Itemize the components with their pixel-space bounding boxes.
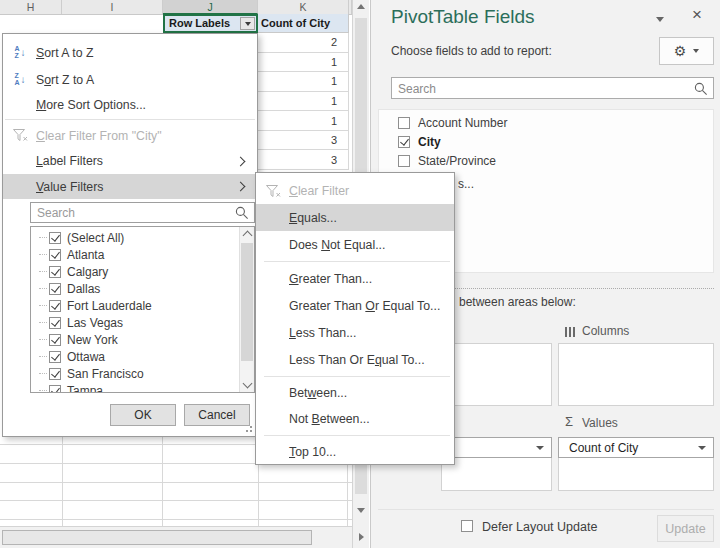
checkbox[interactable] — [398, 155, 410, 167]
filter-list-item-fort-lauderdale[interactable]: Fort Lauderdale — [31, 297, 254, 314]
menu-separator — [264, 435, 450, 436]
scroll-right-button[interactable] — [352, 526, 369, 548]
horizontal-scrollbar[interactable] — [0, 526, 352, 548]
close-icon[interactable]: × — [692, 5, 702, 25]
field-item-account-number[interactable]: Account Number — [379, 113, 713, 132]
columns-area-box[interactable] — [558, 343, 714, 406]
menu-item-label: Clear Filter From "City" — [36, 129, 162, 143]
checkbox-checked[interactable] — [49, 232, 61, 244]
menu-item-label: Clear Filter — [289, 184, 349, 198]
scroll-down-icon[interactable] — [357, 508, 365, 513]
column-header-h[interactable]: H — [0, 0, 62, 14]
cancel-button[interactable]: Cancel — [184, 404, 250, 426]
menu-item-label: Sort A to Z — [36, 46, 93, 60]
sort-az-icon: AZ↓ — [10, 46, 30, 59]
menu-item-sort-a-to-z[interactable]: AZ↓Sort A to Z — [3, 39, 257, 66]
horizontal-scroll-thumb[interactable] — [2, 530, 312, 545]
rows-area-field-pill[interactable] — [441, 437, 552, 458]
filter-list-item-atlanta[interactable]: Atlanta — [31, 246, 254, 263]
menu-item-less-than[interactable]: Less Than... — [256, 319, 454, 346]
field-item-city[interactable]: City — [379, 132, 713, 151]
menu-item-less-than-or-equal-to[interactable]: Less Than Or Equal To... — [256, 346, 454, 373]
pane-title: PivotTable Fields — [391, 6, 535, 28]
values-area-field-pill[interactable]: Count of City — [558, 437, 714, 458]
checkbox-checked[interactable] — [49, 249, 61, 261]
checkbox-checked[interactable] — [49, 385, 61, 394]
count-cell[interactable]: 3 — [258, 150, 348, 170]
row-labels-header-cell[interactable]: Row Labels — [163, 14, 258, 33]
tree-line — [39, 322, 47, 323]
menu-item-does-not-equal[interactable]: Does Not Equal... — [256, 231, 454, 258]
filter-list-item-select-all[interactable]: (Select All) — [31, 229, 254, 246]
tree-line — [39, 271, 47, 272]
pill-dropdown-icon[interactable] — [698, 446, 706, 450]
menu-item-greater-than-or-equal-to[interactable]: Greater Than Or Equal To... — [256, 292, 454, 319]
menu-item-equals[interactable]: Equals... — [256, 204, 454, 231]
count-header-cell[interactable]: Count of City — [258, 14, 349, 33]
row-labels-filter-button[interactable] — [240, 17, 255, 30]
filter-list-item-dallas[interactable]: Dallas — [31, 280, 254, 297]
count-cell[interactable]: 1 — [258, 111, 348, 131]
menu-item-top-10[interactable]: Top 10... — [256, 439, 454, 464]
count-cell[interactable]: 3 — [258, 131, 348, 151]
menu-item-not-between[interactable]: Not Between... — [256, 406, 454, 432]
scroll-down-icon[interactable] — [243, 379, 253, 389]
filter-search-input[interactable] — [35, 204, 229, 222]
drag-fields-label-fragment: between areas below: — [459, 295, 576, 309]
filter-list-item-las-vegas[interactable]: Las Vegas — [31, 314, 254, 331]
menu-item-greater-than[interactable]: Greater Than... — [256, 265, 454, 292]
count-cell[interactable]: 2 — [258, 33, 348, 53]
checkbox-checked[interactable] — [49, 334, 61, 346]
grid-line — [0, 482, 352, 483]
menu-separator — [264, 376, 450, 377]
ok-button[interactable]: OK — [110, 404, 176, 426]
menu-item-between[interactable]: Between... — [256, 380, 454, 406]
menu-item-sort-z-to-a[interactable]: ZA↓Sort Z to A — [3, 66, 257, 93]
value-filters-submenu: Clear FilterEquals...Does Not Equal...Gr… — [255, 172, 455, 465]
filter-list-item-san-francisco[interactable]: San Francisco — [31, 365, 254, 382]
tools-button[interactable]: ⚙ — [659, 37, 714, 65]
pane-options-arrow-icon[interactable] — [656, 17, 664, 22]
scroll-up-icon[interactable] — [357, 4, 365, 9]
filter-list-item-new-york[interactable]: New York — [31, 331, 254, 348]
menu-item-label-filters[interactable]: Label Filters — [3, 148, 257, 174]
column-header-k[interactable]: K — [258, 0, 349, 14]
resize-grip[interactable] — [244, 424, 252, 432]
pill-dropdown-icon[interactable] — [536, 446, 544, 450]
filter-list-item-tampa[interactable]: Tampa — [31, 382, 254, 393]
checkbox-checked[interactable] — [49, 266, 61, 278]
tree-line — [39, 254, 47, 255]
tree-line — [39, 356, 47, 357]
checkbox-checked[interactable] — [49, 368, 61, 380]
checkbox-checked[interactable] — [49, 317, 61, 329]
checkbox-checked[interactable] — [49, 300, 61, 312]
menu-item-value-filters[interactable]: Value Filters — [3, 174, 257, 199]
count-cell[interactable]: 1 — [258, 72, 348, 92]
column-header-j[interactable]: J — [163, 0, 258, 14]
field-item-state-province[interactable]: State/Province — [379, 151, 713, 170]
checkbox-checked[interactable] — [398, 136, 410, 148]
filter-list-item-ottawa[interactable]: Ottawa — [31, 348, 254, 365]
menu-item-label: Less Than... — [289, 326, 356, 340]
filters-area-box[interactable] — [441, 343, 552, 406]
fields-search-box — [391, 77, 714, 99]
fields-search-input[interactable] — [396, 79, 690, 99]
checkbox[interactable] — [398, 117, 410, 129]
filter-item-label: Las Vegas — [67, 316, 123, 330]
count-cell[interactable]: 1 — [258, 92, 348, 112]
list-scrollbar[interactable] — [239, 227, 254, 392]
list-scroll-thumb[interactable] — [241, 243, 253, 361]
checkbox-checked[interactable] — [49, 283, 61, 295]
scroll-up-icon[interactable] — [243, 231, 253, 241]
menu-item-more-sort-options[interactable]: More Sort Options... — [3, 93, 257, 116]
checkbox-checked[interactable] — [49, 351, 61, 363]
count-cell[interactable]: 1 — [258, 53, 348, 73]
filter-clear-icon — [263, 185, 283, 198]
filter-checkbox-list: (Select All)AtlantaCalgaryDallasFort Lau… — [30, 226, 255, 393]
tree-line — [39, 339, 47, 340]
column-header-i[interactable]: I — [62, 0, 163, 14]
defer-layout-checkbox[interactable] — [461, 520, 473, 532]
filter-item-label: Atlanta — [67, 248, 104, 262]
pane-footer-divider — [378, 509, 714, 510]
filter-list-item-calgary[interactable]: Calgary — [31, 263, 254, 280]
